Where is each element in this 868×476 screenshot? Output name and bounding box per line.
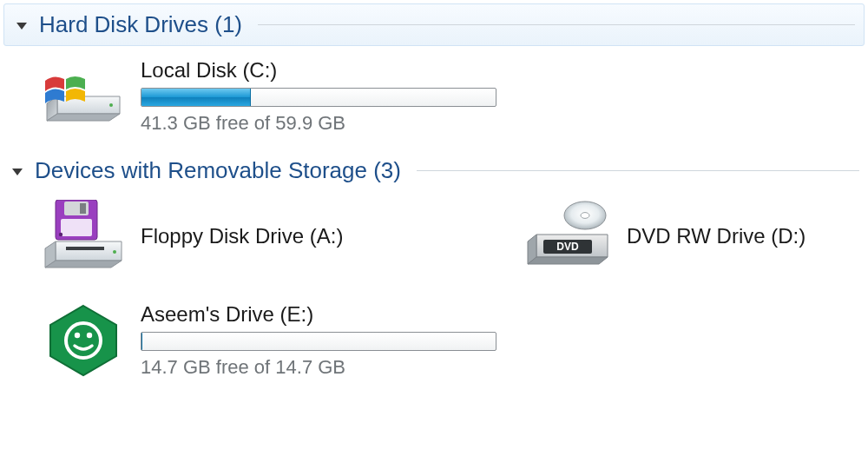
- svg-point-8: [113, 250, 116, 254]
- drive-dvd-d[interactable]: DVD DVD RW Drive (D:): [524, 191, 854, 292]
- svg-point-20: [581, 213, 589, 219]
- storage-free-text: 14.7 GB free of 14.7 GB: [141, 356, 496, 379]
- group-divider: [258, 24, 855, 25]
- group-header-removable[interactable]: Devices with Removable Storage (3): [0, 150, 868, 191]
- svg-marker-6: [45, 261, 122, 268]
- drive-name: Local Disk (C:): [141, 58, 496, 83]
- drive-local-disk-c[interactable]: Local Disk (C:) 41.3 GB free of 59.9 GB: [38, 48, 437, 150]
- collapse-toggle-icon[interactable]: [16, 23, 27, 30]
- storage-free-text: 41.3 GB free of 59.9 GB: [141, 112, 496, 135]
- drive-info: DVD RW Drive (D:): [615, 200, 806, 254]
- storage-bar: [141, 88, 496, 107]
- drive-info: Floppy Disk Drive (A:): [128, 200, 343, 254]
- svg-rect-7: [66, 247, 104, 250]
- drive-info: Local Disk (C:) 41.3 GB free of 59.9 GB: [128, 56, 496, 135]
- collapse-toggle-icon[interactable]: [12, 169, 23, 175]
- svg-rect-12: [61, 219, 92, 236]
- group-label: Devices with Removable Storage (3): [35, 157, 401, 184]
- drive-name: Floppy Disk Drive (A:): [141, 224, 343, 248]
- hex-smiley-icon: [38, 301, 128, 377]
- drive-name: DVD RW Drive (D:): [627, 224, 806, 248]
- svg-marker-16: [528, 257, 608, 264]
- dvd-drive-icon: DVD: [524, 200, 615, 276]
- hdd-windows-icon: [38, 56, 128, 133]
- svg-rect-11: [80, 203, 86, 214]
- svg-marker-2: [47, 114, 120, 121]
- floppy-drive-icon: [38, 200, 128, 276]
- svg-marker-4: [56, 241, 122, 261]
- svg-point-24: [87, 333, 92, 338]
- explorer-drives-pane: Hard Disk Drives (1): [0, 3, 868, 394]
- drive-list-removable: Floppy Disk Drive (A:): [0, 191, 868, 394]
- svg-point-23: [75, 333, 80, 338]
- svg-point-13: [59, 233, 62, 236]
- svg-marker-21: [50, 306, 116, 375]
- svg-point-3: [109, 103, 113, 107]
- group-divider: [417, 170, 859, 171]
- storage-bar-fill: [141, 89, 251, 106]
- drive-info: Aseem's Drive (E:) 14.7 GB free of 14.7 …: [128, 301, 496, 379]
- storage-bar: [141, 332, 496, 351]
- drive-list-hdd: Local Disk (C:) 41.3 GB free of 59.9 GB: [0, 48, 868, 150]
- drive-floppy-a[interactable]: Floppy Disk Drive (A:): [38, 191, 524, 292]
- group-header-hdd[interactable]: Hard Disk Drives (1): [3, 3, 865, 46]
- group-label: Hard Disk Drives (1): [39, 11, 242, 38]
- drive-aseem-e[interactable]: Aseem's Drive (E:) 14.7 GB free of 14.7 …: [38, 292, 437, 394]
- drive-name: Aseem's Drive (E:): [141, 302, 496, 327]
- svg-text:DVD: DVD: [556, 241, 579, 253]
- storage-bar-fill: [141, 333, 142, 350]
